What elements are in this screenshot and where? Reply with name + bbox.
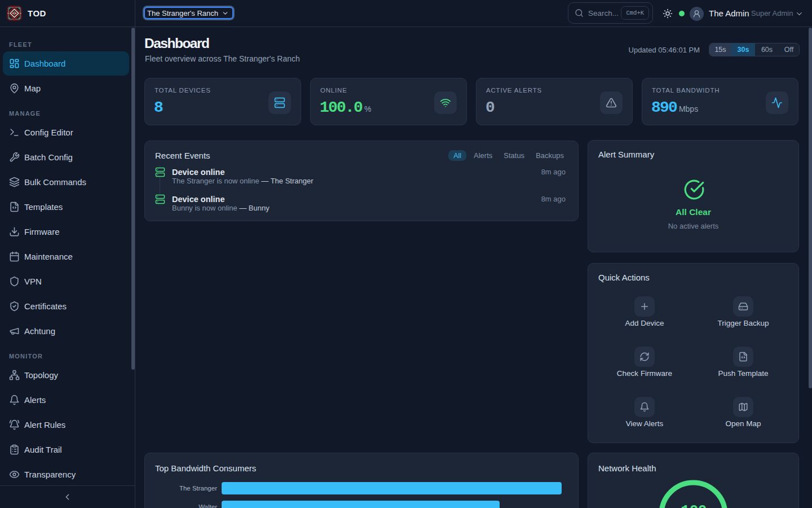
svg-text:100: 100: [681, 503, 707, 508]
